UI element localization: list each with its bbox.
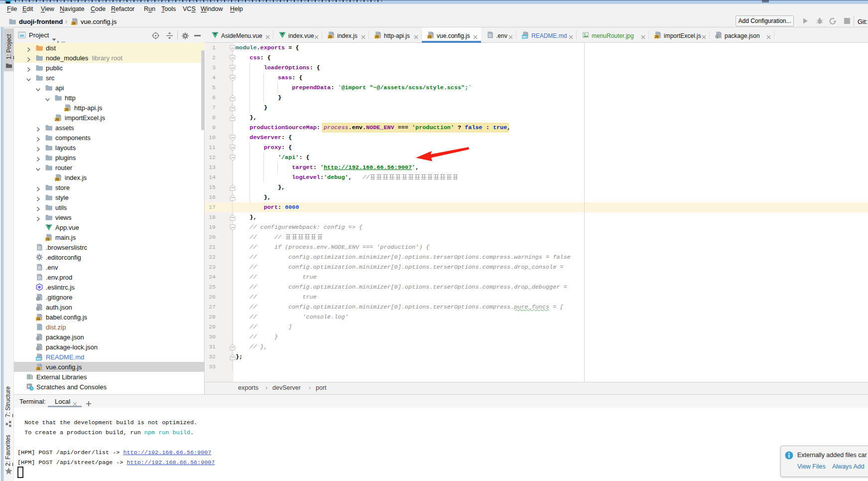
svg-text:{}: {} [36, 347, 40, 351]
svg-text:{}: {} [36, 308, 40, 311]
svg-text:JS: JS [328, 35, 333, 38]
svg-text:JS: JS [375, 35, 379, 38]
svg-text:{}: {} [36, 337, 40, 341]
svg-text:JS: JS [36, 367, 41, 370]
svg-text:JS: JS [36, 317, 41, 321]
svg-text:JS: JS [46, 237, 50, 241]
svg-text:MD: MD [36, 357, 41, 360]
svg-text:JS: JS [55, 177, 60, 181]
svg-text:MD: MD [522, 35, 527, 38]
svg-text:JS: JS [72, 21, 76, 25]
svg-text:{}: {} [715, 35, 719, 39]
svg-text:JS: JS [65, 108, 69, 111]
svg-text:JS: JS [428, 35, 432, 38]
svg-text:JS: JS [655, 35, 659, 38]
svg-text:JS: JS [55, 118, 60, 121]
